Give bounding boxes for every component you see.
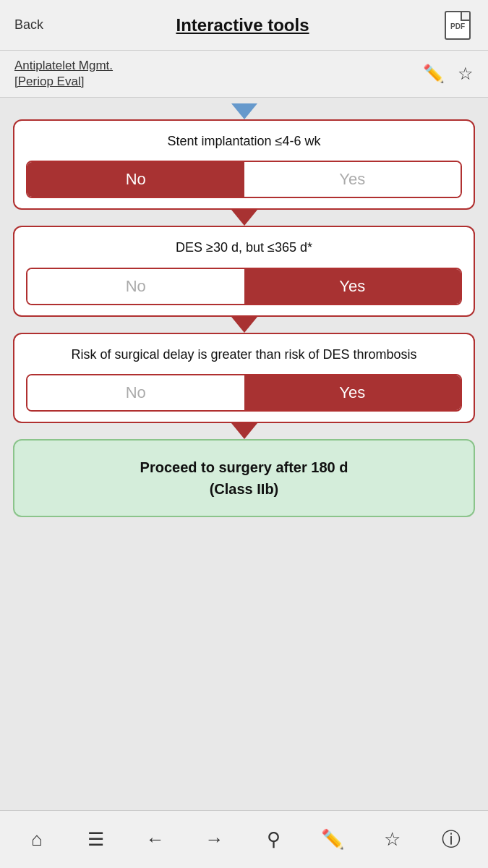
- card1-wrapper: Stent implantation ≤4-6 wk No Yes: [13, 98, 475, 226]
- decision-card-3: Risk of surgical delay is greater than r…: [13, 333, 475, 423]
- pdf-icon-box: PDF: [445, 11, 471, 40]
- top-bar: Back Interactive tools PDF: [0, 0, 488, 51]
- list-icon[interactable]: ☰: [80, 824, 112, 856]
- page-title: Interactive tools: [43, 15, 442, 35]
- arrow-1-2: [231, 210, 257, 226]
- no-button-3[interactable]: No: [27, 375, 244, 410]
- pencil-bottom-icon[interactable]: ✏️: [317, 824, 348, 856]
- toggle-row-2: No Yes: [26, 268, 462, 305]
- result-wrapper: Proceed to surgery after 180 d(Class IIb…: [13, 439, 475, 517]
- forward-arrow-icon[interactable]: →: [199, 824, 231, 856]
- arrow-3-result: [231, 423, 257, 439]
- question-2: DES ≥30 d, but ≤365 d*: [26, 239, 462, 257]
- yes-button-1[interactable]: Yes: [244, 162, 461, 197]
- subtitle-link[interactable]: Antiplatelet Mgmt.[Periop Eval]: [14, 58, 113, 90]
- result-card: Proceed to surgery after 180 d(Class IIb…: [13, 439, 475, 517]
- search-icon[interactable]: ⚲: [257, 824, 289, 856]
- bottom-nav-bar: ⌂ ☰ ← → ⚲ ✏️ ☆ ⓘ: [0, 810, 488, 868]
- pdf-label: PDF: [450, 22, 465, 30]
- question-3: Risk of surgical delay is greater than r…: [26, 346, 462, 364]
- edit-icon[interactable]: ✏️: [423, 64, 445, 84]
- no-button-1[interactable]: No: [27, 162, 244, 197]
- main-content: Stent implantation ≤4-6 wk No Yes DES ≥3…: [0, 98, 488, 810]
- question-1: Stent implantation ≤4-6 wk: [26, 132, 462, 150]
- arrow-top-blue: [231, 103, 257, 119]
- pdf-button[interactable]: PDF: [442, 9, 474, 41]
- back-button[interactable]: Back: [14, 17, 43, 33]
- star-icon[interactable]: ☆: [458, 64, 474, 84]
- card2-wrapper: DES ≥30 d, but ≤365 d* No Yes: [13, 226, 475, 332]
- toggle-row-1: No Yes: [26, 161, 462, 198]
- decision-card-2: DES ≥30 d, but ≤365 d* No Yes: [13, 226, 475, 316]
- back-arrow-icon[interactable]: ←: [140, 824, 171, 856]
- subtitle-bar: Antiplatelet Mgmt.[Periop Eval] ✏️ ☆: [0, 51, 488, 98]
- home-icon[interactable]: ⌂: [21, 824, 53, 856]
- toggle-row-3: No Yes: [26, 374, 462, 412]
- arrow-2-3: [231, 317, 257, 333]
- subtitle-icons: ✏️ ☆: [423, 64, 474, 84]
- result-text: Proceed to surgery after 180 d(Class IIb…: [29, 456, 459, 500]
- star-bottom-icon[interactable]: ☆: [376, 824, 408, 856]
- card3-wrapper: Risk of surgical delay is greater than r…: [13, 333, 475, 439]
- no-button-2[interactable]: No: [27, 269, 244, 304]
- yes-button-3[interactable]: Yes: [244, 375, 461, 410]
- decision-card-1: Stent implantation ≤4-6 wk No Yes: [13, 119, 475, 210]
- info-icon[interactable]: ⓘ: [435, 824, 467, 856]
- yes-button-2[interactable]: Yes: [244, 269, 461, 304]
